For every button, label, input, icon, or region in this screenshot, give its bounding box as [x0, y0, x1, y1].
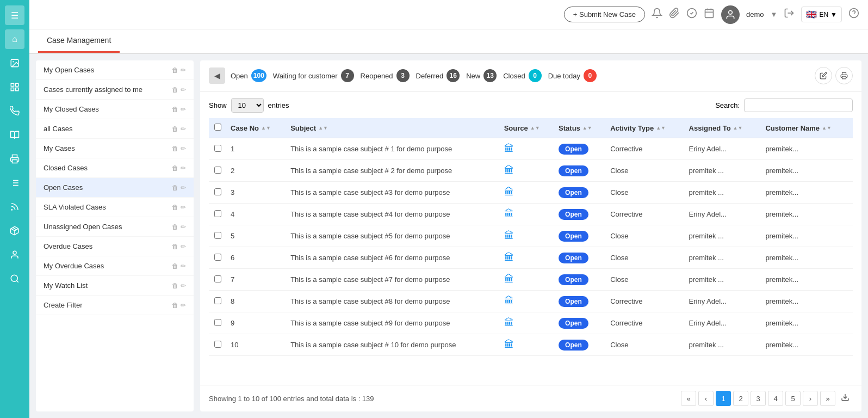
edit-filter-button[interactable] — [815, 67, 832, 84]
nav-delete-icon[interactable]: 🗑 — [172, 106, 178, 113]
nav-delete-icon[interactable]: 🗑 — [172, 145, 178, 152]
table-row[interactable]: 7 This is a sample case subject #7 for d… — [209, 269, 853, 291]
nav-item-my-overdue-cases[interactable]: My Overdue Cases 🗑 ✏ — [36, 256, 194, 276]
nav-edit-icon[interactable]: ✏ — [181, 145, 186, 152]
row-checkbox-cell[interactable] — [209, 204, 226, 225]
row-checkbox[interactable] — [214, 167, 221, 174]
table-row[interactable]: 8 This is a sample case subject #8 for d… — [209, 291, 853, 312]
filter-tab-deferred[interactable]: Deferred 16 — [415, 67, 461, 84]
row-checkbox[interactable] — [214, 145, 221, 152]
row-checkbox[interactable] — [214, 210, 221, 217]
row-checkbox[interactable] — [214, 232, 221, 239]
filter-tab-waiting-for-customer[interactable]: Waiting for customer 7 — [272, 67, 355, 84]
row-checkbox[interactable] — [214, 254, 221, 261]
calendar-icon[interactable] — [704, 8, 715, 21]
nav-item-my-watch-list[interactable]: My Watch List 🗑 ✏ — [36, 276, 194, 296]
nav-delete-icon[interactable]: 🗑 — [172, 302, 178, 309]
nav-delete-icon[interactable]: 🗑 — [172, 125, 178, 133]
pagination-last[interactable]: » — [820, 391, 835, 406]
filter-tab-new[interactable]: New 13 — [465, 67, 498, 84]
nav-item-cases-currently-assigned-to-me[interactable]: Cases currently assigned to me 🗑 ✏ — [36, 80, 194, 100]
nav-edit-icon[interactable]: ✏ — [181, 66, 186, 74]
nav-edit-icon[interactable]: ✏ — [181, 223, 186, 231]
rss-icon[interactable] — [5, 197, 24, 217]
paperclip-icon[interactable] — [669, 8, 680, 21]
nav-item-my-closed-cases[interactable]: My Closed Cases 🗑 ✏ — [36, 100, 194, 119]
nav-delete-icon[interactable]: 🗑 — [172, 184, 178, 192]
nav-delete-icon[interactable]: 🗑 — [172, 86, 178, 94]
nav-delete-icon[interactable]: 🗑 — [172, 223, 178, 231]
filter-tab-due-today[interactable]: Due today 0 — [547, 67, 598, 84]
nav-item-my-open-cases[interactable]: My Open Cases 🗑 ✏ — [36, 60, 194, 80]
select-all-checkbox[interactable] — [209, 118, 226, 138]
list-icon[interactable] — [5, 173, 24, 193]
nav-item-unassigned-open-cases[interactable]: Unassigned Open Cases 🗑 ✏ — [36, 217, 194, 237]
filter-tab-closed[interactable]: Closed 0 — [502, 67, 542, 84]
grid-icon[interactable] — [5, 77, 24, 97]
phone-icon[interactable] — [5, 101, 24, 121]
nav-item-my-cases[interactable]: My Cases 🗑 ✏ — [36, 139, 194, 158]
book-icon[interactable] — [5, 125, 24, 145]
nav-edit-icon[interactable]: ✏ — [181, 184, 186, 192]
hamburger-icon[interactable]: ☰ — [5, 5, 24, 25]
row-checkbox[interactable] — [214, 188, 221, 195]
search-icon[interactable] — [5, 269, 24, 288]
nav-delete-icon[interactable]: 🗑 — [172, 164, 178, 172]
nav-delete-icon[interactable]: 🗑 — [172, 262, 178, 270]
nav-edit-icon[interactable]: ✏ — [181, 125, 186, 133]
pagination-download[interactable] — [838, 391, 853, 406]
nav-edit-icon[interactable]: ✏ — [181, 262, 186, 270]
pagination-page-2[interactable]: 2 — [733, 391, 748, 406]
nav-item-create-filter[interactable]: Create Filter 🗑 ✏ — [36, 296, 194, 315]
row-checkbox[interactable] — [214, 319, 221, 326]
back-button[interactable]: ◀ — [209, 67, 225, 84]
filter-tab-reopened[interactable]: Reopened 3 — [359, 67, 411, 84]
col-header-status[interactable]: Status ▲▼ — [554, 118, 606, 138]
nav-delete-icon[interactable]: 🗑 — [172, 282, 178, 290]
nav-edit-icon[interactable]: ✏ — [181, 164, 186, 172]
nav-item-sla-violated-cases[interactable]: SLA Violated Cases 🗑 ✏ — [36, 198, 194, 217]
col-header-case-no[interactable]: Case No ▲▼ — [226, 118, 286, 138]
pagination-page-3[interactable]: 3 — [751, 391, 766, 406]
row-checkbox-cell[interactable] — [209, 225, 226, 247]
nav-edit-icon[interactable]: ✏ — [181, 302, 186, 309]
row-checkbox-cell[interactable] — [209, 160, 226, 182]
print-icon[interactable] — [5, 149, 24, 169]
table-row[interactable]: 9 This is a sample case subject #9 for d… — [209, 312, 853, 334]
nav-item-overdue-cases[interactable]: Overdue Cases 🗑 ✏ — [36, 237, 194, 256]
notification-icon[interactable] — [652, 8, 662, 21]
row-checkbox-cell[interactable] — [209, 334, 226, 356]
entries-select[interactable]: 102550100 — [231, 98, 264, 113]
nav-delete-icon[interactable]: 🗑 — [172, 243, 178, 250]
row-checkbox-cell[interactable] — [209, 291, 226, 312]
user-menu[interactable]: demo — [746, 10, 764, 19]
pagination-page-4[interactable]: 4 — [768, 391, 783, 406]
pagination-page-1[interactable]: 1 — [716, 391, 731, 406]
pagination-first[interactable]: « — [681, 391, 696, 406]
tab-case-management[interactable]: Case Management — [38, 29, 120, 53]
nav-item-all-cases[interactable]: all Cases 🗑 ✏ — [36, 119, 194, 139]
help-icon[interactable] — [848, 8, 859, 21]
print-filter-button[interactable] — [835, 67, 853, 84]
table-row[interactable]: 5 This is a sample case subject #5 for d… — [209, 225, 853, 247]
col-header-activity-type[interactable]: Activity Type ▲▼ — [606, 118, 684, 138]
nav-delete-icon[interactable]: 🗑 — [172, 66, 178, 74]
row-checkbox-cell[interactable] — [209, 138, 226, 160]
nav-item-open-cases[interactable]: Open Cases 🗑 ✏ — [36, 178, 194, 198]
nav-edit-icon[interactable]: ✏ — [181, 106, 186, 113]
table-row[interactable]: 3 This is a sample case subject #3 for d… — [209, 182, 853, 204]
row-checkbox-cell[interactable] — [209, 312, 226, 334]
table-row[interactable]: 1 This is a sample case subject # 1 for … — [209, 138, 853, 160]
nav-item-closed-cases[interactable]: Closed Cases 🗑 ✏ — [36, 158, 194, 178]
table-row[interactable]: 6 This is a sample case subject #6 for d… — [209, 247, 853, 269]
row-checkbox-cell[interactable] — [209, 182, 226, 204]
table-row[interactable]: 10 This is a sample case subject # 10 fo… — [209, 334, 853, 356]
nav-edit-icon[interactable]: ✏ — [181, 86, 186, 94]
package-icon[interactable] — [5, 221, 24, 241]
row-checkbox-cell[interactable] — [209, 247, 226, 269]
row-checkbox[interactable] — [214, 275, 221, 282]
language-selector[interactable]: 🇬🇧 EN ▼ — [801, 7, 842, 22]
col-header-customer-name[interactable]: Customer Name ▲▼ — [761, 118, 853, 138]
nav-edit-icon[interactable]: ✏ — [181, 243, 186, 250]
user-icon[interactable] — [5, 245, 24, 265]
